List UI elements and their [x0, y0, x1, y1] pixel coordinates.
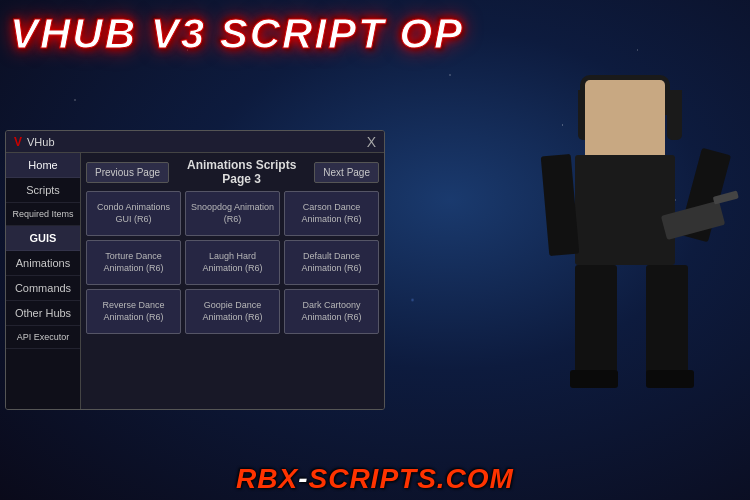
script-btn-6[interactable]: Reverse Dance Animation (R6): [86, 289, 181, 334]
char-right-arm: [679, 148, 731, 243]
content-area: Previous Page Animations Scripts Page 3 …: [81, 153, 384, 409]
script-btn-1[interactable]: Snoopdog Animation (R6): [185, 191, 280, 236]
char-right-shoe: [646, 370, 694, 388]
sidebar-item-home[interactable]: Home: [6, 153, 80, 178]
sidebar-item-other-hubs[interactable]: Other Hubs: [6, 301, 80, 326]
char-left-leg: [575, 265, 617, 375]
script-btn-2[interactable]: Carson Dance Animation (R6): [284, 191, 379, 236]
char-torso: [575, 155, 675, 265]
watermark: RBX-SCRIPTS.COM: [236, 463, 514, 495]
watermark-part1: RBX: [236, 463, 298, 494]
script-btn-0[interactable]: Condo Animations GUI (R6): [86, 191, 181, 236]
vhub-v-icon: V: [14, 135, 22, 149]
close-button[interactable]: X: [367, 134, 376, 150]
char-head: [585, 80, 665, 160]
char-hair-side-right: [667, 90, 682, 140]
script-btn-5[interactable]: Default Dance Animation (R6): [284, 240, 379, 285]
main-window: V VHub X Home Scripts Required Items GUI…: [5, 130, 385, 410]
title-text: VHUB V3 SCRIPT OP: [10, 10, 464, 57]
sidebar-item-commands[interactable]: Commands: [6, 276, 80, 301]
script-btn-7[interactable]: Goopie Dance Animation (R6): [185, 289, 280, 334]
prev-page-button[interactable]: Previous Page: [86, 162, 169, 183]
sidebar-item-animations[interactable]: Animations: [6, 251, 80, 276]
window-title: VHub: [27, 136, 55, 148]
window-titlebar: V VHub X: [6, 131, 384, 153]
script-btn-8[interactable]: Dark Cartoony Animation (R6): [284, 289, 379, 334]
nav-row: Previous Page Animations Scripts Page 3 …: [86, 158, 379, 186]
titlebar-left: V VHub: [14, 135, 55, 149]
char-left-shoe: [570, 370, 618, 388]
sidebar-item-api-executor[interactable]: API Executor: [6, 326, 80, 349]
page-title: Animations Scripts Page 3: [169, 158, 314, 186]
sidebar: Home Scripts Required Items GUIS Animati…: [6, 153, 81, 409]
watermark-dash: -: [298, 463, 308, 494]
sidebar-item-scripts[interactable]: Scripts: [6, 178, 80, 203]
sidebar-item-guis[interactable]: GUIS: [6, 226, 80, 251]
script-btn-3[interactable]: Torture Dance Animation (R6): [86, 240, 181, 285]
sidebar-item-required-items[interactable]: Required Items: [6, 203, 80, 226]
script-btn-4[interactable]: Laugh Hard Animation (R6): [185, 240, 280, 285]
character-figure: [530, 80, 730, 460]
scripts-grid: Condo Animations GUI (R6) Snoopdog Anima…: [86, 191, 379, 334]
char-left-arm: [541, 154, 580, 256]
watermark-part2: SCRIPTS.COM: [308, 463, 513, 494]
next-page-button[interactable]: Next Page: [314, 162, 379, 183]
char-right-leg: [646, 265, 688, 375]
main-title: VHUB V3 SCRIPT OP: [10, 10, 464, 58]
